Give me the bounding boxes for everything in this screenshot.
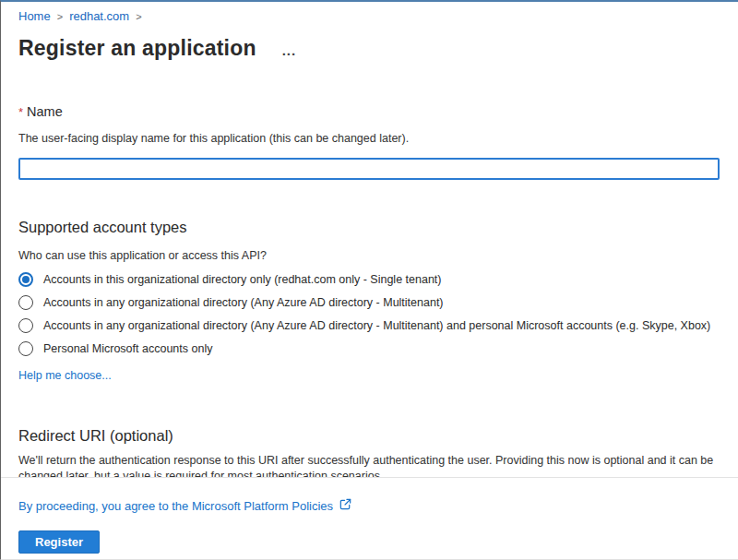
radio-option-label: Accounts in any organizational directory…	[43, 318, 710, 333]
account-types-question: Who can use this application or access t…	[18, 249, 720, 263]
radio-selected-icon[interactable]	[18, 272, 33, 287]
register-button[interactable]: Register	[18, 530, 100, 554]
name-field-hint: The user-facing display name for this ap…	[18, 132, 720, 146]
panel-content: Home>redhat.com> Register an application…	[1, 2, 738, 484]
redirect-uri-description-line: We'll return the authentication response…	[18, 453, 729, 469]
breadcrumb-redhat-link[interactable]: redhat.com	[69, 9, 129, 23]
breadcrumb-separator-icon: >	[57, 11, 63, 22]
policy-statement: By proceeding, you agree to the Microsof…	[18, 497, 720, 515]
help-me-choose-link[interactable]: Help me choose...	[18, 369, 112, 382]
register-application-panel: Home>redhat.com> Register an application…	[0, 0, 738, 560]
radio-option-label: Personal Microsoft accounts only	[43, 341, 212, 356]
name-input[interactable]	[18, 158, 720, 180]
radio-option-label: Accounts in this organizational director…	[43, 272, 441, 287]
redirect-uri-heading: Redirect URI (optional)	[18, 426, 720, 445]
account-type-radio-group: Accounts in this organizational director…	[18, 272, 720, 356]
breadcrumb-separator-icon: >	[136, 11, 141, 22]
required-asterisk: *	[18, 105, 23, 119]
supported-account-types-heading: Supported account types	[18, 218, 720, 236]
external-link-icon	[339, 497, 352, 515]
title-row: Register an application ...	[18, 35, 720, 61]
page-title: Register an application	[18, 35, 256, 61]
radio-unselected-icon[interactable]	[18, 341, 33, 356]
help-me-choose-container: Help me choose...	[18, 369, 720, 383]
microsoft-platform-policies-link[interactable]: By proceeding, you agree to the Microsof…	[18, 499, 333, 514]
name-field-label: *Name	[18, 103, 720, 121]
radio-option-single-tenant[interactable]: Accounts in this organizational director…	[18, 272, 720, 287]
more-options-icon[interactable]: ...	[282, 42, 297, 58]
panel-footer: By proceeding, you agree to the Microsof…	[1, 477, 738, 559]
breadcrumb-home-link[interactable]: Home	[18, 9, 51, 23]
radio-option-multitenant-personal[interactable]: Accounts in any organizational directory…	[18, 318, 720, 333]
radio-option-personal-only[interactable]: Personal Microsoft accounts only	[18, 341, 720, 356]
radio-unselected-icon[interactable]	[18, 318, 33, 333]
radio-unselected-icon[interactable]	[18, 295, 33, 310]
radio-option-label: Accounts in any organizational directory…	[43, 295, 444, 310]
name-label-text: Name	[27, 104, 63, 119]
breadcrumb: Home>redhat.com>	[18, 9, 720, 24]
radio-option-multitenant[interactable]: Accounts in any organizational directory…	[18, 295, 720, 310]
